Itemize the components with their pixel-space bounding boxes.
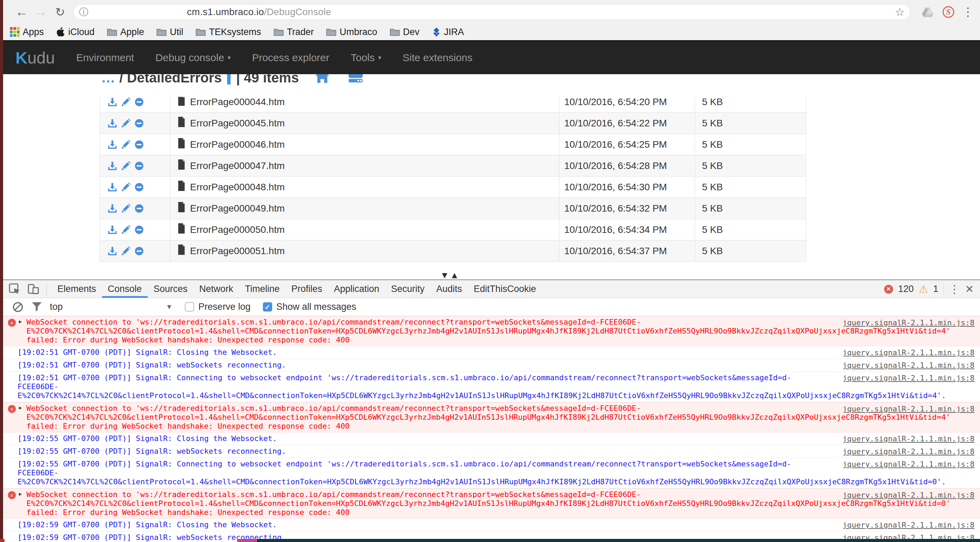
tab-security[interactable]: Security [385,280,431,298]
file-name[interactable]: ErrorPage000048.htm [190,182,285,193]
bookmark-item[interactable]: Trader [274,27,314,37]
browser-menu-icon[interactable]: ⋮ [962,7,974,16]
s-extension-icon[interactable]: S [943,6,954,18]
bookmark-item[interactable]: TEKsystems [196,27,261,37]
tab-elements[interactable]: Elements [51,280,102,298]
file-name[interactable]: ErrorPage000044.htm [190,97,285,108]
url-text: cm.s1.umbraco.io/DebugConsole [187,6,331,17]
devtools-menu-icon[interactable]: ⋮ [949,283,960,296]
kudu-nav-item[interactable]: Site extensions ▾ [403,52,473,64]
kudu-nav-item[interactable]: Process explorer ▾ [252,52,329,64]
bookmark-item[interactable]: Umbraco [326,27,377,37]
execution-context-selector[interactable]: top [50,302,63,312]
delete-minus-icon[interactable] [134,225,144,235]
console-source-link[interactable]: jquery.signalR-2.1.1.min.js:8 [843,521,975,529]
download-icon[interactable] [108,140,117,149]
kudu-nav-item[interactable]: Debug console ▾ [155,52,231,64]
drive-icon[interactable] [348,74,364,87]
bookmark-item[interactable]: JIRA [432,27,464,37]
tab-timeline[interactable]: Timeline [239,280,286,298]
filter-icon[interactable] [31,302,42,313]
file-name[interactable]: ErrorPage000051.htm [190,246,285,257]
breadcrumb-ellipsis[interactable]: ... [102,74,115,86]
page-info-icon[interactable]: ⓘ [79,6,88,18]
bookmark-item[interactable]: Apps [10,27,44,37]
delete-minus-icon[interactable] [134,97,144,107]
error-count-icon[interactable]: ✕ [884,285,893,294]
bookmark-star-icon[interactable]: ☆ [895,5,905,19]
file-name[interactable]: ErrorPage000045.htm [190,118,285,129]
console-source-link[interactable]: jquery.signalR-2.1.1.min.js:8 [843,361,975,370]
warning-icon[interactable]: ⚠ [919,284,928,294]
home-icon[interactable] [315,74,330,87]
download-icon[interactable] [108,204,117,213]
file-name[interactable]: ErrorPage000046.htm [190,139,285,150]
file-name[interactable]: ErrorPage000049.htm [190,203,285,214]
device-toolbar-icon[interactable] [27,283,40,296]
edit-pencil-icon[interactable] [121,140,130,149]
tab-network[interactable]: Network [194,280,239,298]
kudu-nav-item[interactable]: Environment ▾ [76,52,134,64]
preserve-log-checkbox[interactable] [185,302,194,312]
edit-pencil-icon[interactable] [121,246,130,256]
download-icon[interactable] [108,183,117,192]
url-bar[interactable]: ⓘ cm.s1.umbraco.io/DebugConsole ☆ [73,4,911,20]
tab-sources[interactable]: Sources [148,280,194,298]
console-source-link[interactable]: jquery.signalR-2.1.1.min.js:8 [843,374,975,382]
download-icon[interactable] [108,119,117,128]
download-icon[interactable] [108,246,117,256]
console-source-link[interactable]: jquery.signalR-2.1.1.min.js:8 [843,434,975,443]
bookmark-item[interactable]: iCloud [56,27,95,37]
edit-pencil-icon[interactable] [121,204,130,213]
delete-minus-icon[interactable] [134,140,144,149]
drive-extension-icon[interactable] [922,7,934,17]
delete-minus-icon[interactable] [134,183,144,192]
disclosure-triangle-icon[interactable]: ▶ [19,318,22,324]
page-content: ... / DetailedErrors | 49 items [3,74,980,279]
chevron-down-icon: ▾ [378,54,382,62]
console-toolbar: top ▼ Preserve log ✓ Show all messages [3,298,980,316]
reload-button[interactable]: ↻ [51,5,70,19]
download-icon[interactable] [108,97,117,107]
show-all-messages-checkbox[interactable]: ✓ [263,302,272,312]
tab-application[interactable]: Application [328,280,385,298]
context-dropdown-icon[interactable]: ▼ [166,303,173,311]
kudu-logo[interactable]: Kudu [16,48,55,67]
kudu-nav-item[interactable]: Tools ▾ [350,52,381,64]
back-button[interactable]: ← [12,5,31,19]
console-source-link[interactable]: jquery.signalR-2.1.1.min.js:8 [843,491,975,499]
tab-audits[interactable]: Audits [430,280,468,298]
bookmark-item[interactable]: Util [156,27,183,37]
tab-console[interactable]: Console [102,280,148,298]
edit-pencil-icon[interactable] [121,225,130,235]
folder-icon [196,28,206,36]
delete-minus-icon[interactable] [134,204,144,213]
console-source-link[interactable]: jquery.signalR-2.1.1.min.js:8 [843,348,975,357]
edit-pencil-icon[interactable] [121,119,130,128]
file-name[interactable]: ErrorPage000050.htm [190,224,285,235]
console-source-link[interactable]: jquery.signalR-2.1.1.min.js:8 [843,318,975,327]
collapse-drawer-arrows[interactable]: ▼▲ [440,270,460,279]
download-icon[interactable] [108,225,117,235]
tab-profiles[interactable]: Profiles [286,280,328,298]
edit-pencil-icon[interactable] [121,183,130,192]
console-source-link[interactable]: jquery.signalR-2.1.1.min.js:8 [843,405,975,413]
delete-minus-icon[interactable] [134,246,144,256]
forward-button[interactable]: → [31,5,51,19]
devtools-close-icon[interactable]: ✕ [965,283,974,295]
console-source-link[interactable]: jquery.signalR-2.1.1.min.js:8 [843,447,975,456]
inspect-element-icon[interactable] [9,283,21,296]
file-name[interactable]: ErrorPage000047.htm [190,161,285,172]
download-icon[interactable] [108,161,117,171]
bookmark-item[interactable]: Dev [390,27,420,37]
edit-pencil-icon[interactable] [121,97,130,107]
delete-minus-icon[interactable] [134,119,144,128]
delete-minus-icon[interactable] [134,161,144,171]
tab-editthiscookie[interactable]: EditThisCookie [468,280,542,298]
clear-console-icon[interactable] [12,301,24,313]
disclosure-triangle-icon[interactable]: ▶ [19,405,22,411]
console-source-link[interactable]: jquery.signalR-2.1.1.min.js:8 [843,460,975,469]
edit-pencil-icon[interactable] [121,161,130,171]
bookmark-item[interactable]: Apple [107,27,144,37]
disclosure-triangle-icon[interactable]: ▶ [19,491,22,497]
